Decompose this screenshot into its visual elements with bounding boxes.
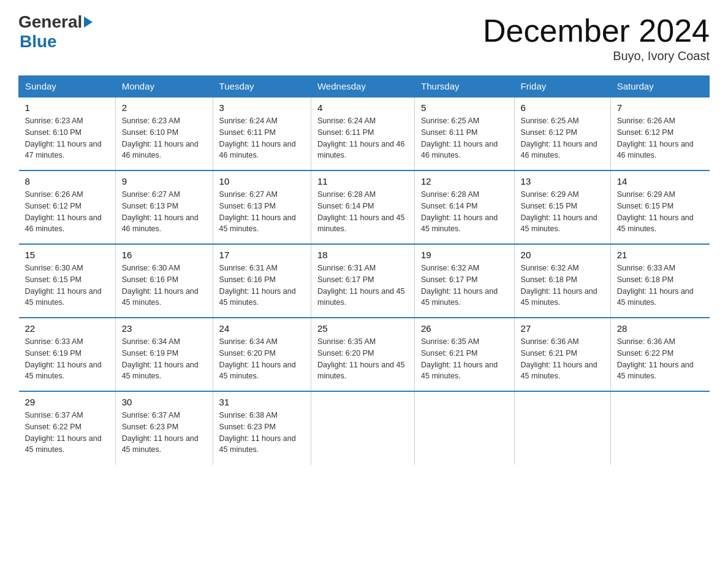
day-number: 8 xyxy=(25,176,109,186)
day-number: 17 xyxy=(219,250,305,260)
day-number: 15 xyxy=(25,250,109,260)
day-cell: 18Sunrise: 6:31 AMSunset: 6:17 PMDayligh… xyxy=(311,244,414,318)
day-cell: 26Sunrise: 6:35 AMSunset: 6:21 PMDayligh… xyxy=(415,318,515,391)
day-number: 7 xyxy=(617,102,703,113)
header-cell-wednesday: Wednesday xyxy=(311,76,414,98)
day-number: 1 xyxy=(25,102,109,113)
day-number: 9 xyxy=(122,176,207,186)
page-header: General Blue December 2024 Buyo, Ivory C… xyxy=(18,12,710,63)
day-number: 21 xyxy=(617,250,703,260)
day-number: 11 xyxy=(317,176,408,186)
day-number: 27 xyxy=(521,323,604,334)
week-row-1: 1Sunrise: 6:23 AMSunset: 6:10 PMDaylight… xyxy=(19,97,710,170)
logo-arrow-icon xyxy=(84,17,93,28)
day-number: 2 xyxy=(122,102,207,113)
day-info: Sunrise: 6:35 AMSunset: 6:21 PMDaylight:… xyxy=(421,336,508,382)
day-cell: 21Sunrise: 6:33 AMSunset: 6:18 PMDayligh… xyxy=(610,244,709,318)
day-info: Sunrise: 6:25 AMSunset: 6:12 PMDaylight:… xyxy=(521,115,604,161)
day-cell: 28Sunrise: 6:36 AMSunset: 6:22 PMDayligh… xyxy=(610,318,709,391)
day-number: 29 xyxy=(25,397,109,407)
day-info: Sunrise: 6:23 AMSunset: 6:10 PMDaylight:… xyxy=(122,115,207,161)
day-cell: 7Sunrise: 6:26 AMSunset: 6:12 PMDaylight… xyxy=(610,97,709,170)
day-info: Sunrise: 6:34 AMSunset: 6:19 PMDaylight:… xyxy=(122,336,207,382)
day-number: 16 xyxy=(122,250,207,260)
day-cell: 23Sunrise: 6:34 AMSunset: 6:19 PMDayligh… xyxy=(115,318,213,391)
header-cell-tuesday: Tuesday xyxy=(213,76,311,98)
day-number: 19 xyxy=(421,250,508,260)
day-cell: 5Sunrise: 6:25 AMSunset: 6:11 PMDaylight… xyxy=(415,97,515,170)
calendar-body: 1Sunrise: 6:23 AMSunset: 6:10 PMDaylight… xyxy=(19,97,710,465)
title-section: December 2024 Buyo, Ivory Coast xyxy=(483,12,710,63)
header-cell-saturday: Saturday xyxy=(610,76,709,98)
day-number: 28 xyxy=(617,323,703,334)
day-cell: 8Sunrise: 6:26 AMSunset: 6:12 PMDaylight… xyxy=(19,170,116,244)
day-number: 14 xyxy=(617,176,703,186)
day-number: 6 xyxy=(521,102,604,113)
day-cell xyxy=(610,391,709,465)
day-info: Sunrise: 6:29 AMSunset: 6:15 PMDaylight:… xyxy=(521,189,604,235)
day-number: 31 xyxy=(219,397,305,407)
header-cell-sunday: Sunday xyxy=(19,76,116,98)
day-cell: 27Sunrise: 6:36 AMSunset: 6:21 PMDayligh… xyxy=(514,318,610,391)
day-number: 25 xyxy=(317,323,408,334)
day-cell: 9Sunrise: 6:27 AMSunset: 6:13 PMDaylight… xyxy=(115,170,213,244)
month-title: December 2024 xyxy=(483,12,710,49)
header-cell-friday: Friday xyxy=(514,76,610,98)
day-info: Sunrise: 6:30 AMSunset: 6:16 PMDaylight:… xyxy=(122,262,207,308)
day-info: Sunrise: 6:29 AMSunset: 6:15 PMDaylight:… xyxy=(617,189,703,235)
logo-general-text: General xyxy=(18,12,93,32)
day-number: 5 xyxy=(421,102,508,113)
day-number: 30 xyxy=(122,397,207,407)
day-number: 18 xyxy=(317,250,408,260)
day-number: 22 xyxy=(25,323,109,334)
day-cell: 3Sunrise: 6:24 AMSunset: 6:11 PMDaylight… xyxy=(213,97,311,170)
day-number: 3 xyxy=(219,102,305,113)
calendar-header: SundayMondayTuesdayWednesdayThursdayFrid… xyxy=(19,76,710,98)
day-info: Sunrise: 6:27 AMSunset: 6:13 PMDaylight:… xyxy=(219,189,305,235)
day-info: Sunrise: 6:32 AMSunset: 6:18 PMDaylight:… xyxy=(521,262,604,308)
day-info: Sunrise: 6:30 AMSunset: 6:15 PMDaylight:… xyxy=(25,262,109,308)
day-cell xyxy=(415,391,515,465)
header-cell-thursday: Thursday xyxy=(415,76,515,98)
day-cell: 22Sunrise: 6:33 AMSunset: 6:19 PMDayligh… xyxy=(19,318,116,391)
week-row-3: 15Sunrise: 6:30 AMSunset: 6:15 PMDayligh… xyxy=(19,244,710,318)
day-info: Sunrise: 6:34 AMSunset: 6:20 PMDaylight:… xyxy=(219,336,305,382)
day-info: Sunrise: 6:23 AMSunset: 6:10 PMDaylight:… xyxy=(25,115,109,161)
day-info: Sunrise: 6:26 AMSunset: 6:12 PMDaylight:… xyxy=(25,189,109,235)
day-cell: 12Sunrise: 6:28 AMSunset: 6:14 PMDayligh… xyxy=(415,170,515,244)
day-info: Sunrise: 6:35 AMSunset: 6:20 PMDaylight:… xyxy=(317,336,408,382)
day-number: 13 xyxy=(521,176,604,186)
logo-blue-text: Blue xyxy=(20,32,57,52)
day-info: Sunrise: 6:36 AMSunset: 6:22 PMDaylight:… xyxy=(617,336,703,382)
day-cell: 25Sunrise: 6:35 AMSunset: 6:20 PMDayligh… xyxy=(311,318,414,391)
week-row-5: 29Sunrise: 6:37 AMSunset: 6:22 PMDayligh… xyxy=(19,391,710,465)
day-info: Sunrise: 6:37 AMSunset: 6:22 PMDaylight:… xyxy=(25,410,109,456)
day-info: Sunrise: 6:26 AMSunset: 6:12 PMDaylight:… xyxy=(617,115,703,161)
header-row: SundayMondayTuesdayWednesdayThursdayFrid… xyxy=(19,76,710,98)
calendar-table: SundayMondayTuesdayWednesdayThursdayFrid… xyxy=(18,75,710,465)
day-info: Sunrise: 6:24 AMSunset: 6:11 PMDaylight:… xyxy=(317,115,408,161)
day-cell: 2Sunrise: 6:23 AMSunset: 6:10 PMDaylight… xyxy=(115,97,213,170)
location: Buyo, Ivory Coast xyxy=(483,49,710,63)
day-cell: 10Sunrise: 6:27 AMSunset: 6:13 PMDayligh… xyxy=(213,170,311,244)
day-cell xyxy=(311,391,414,465)
day-cell: 15Sunrise: 6:30 AMSunset: 6:15 PMDayligh… xyxy=(19,244,116,318)
day-info: Sunrise: 6:25 AMSunset: 6:11 PMDaylight:… xyxy=(421,115,508,161)
day-cell: 14Sunrise: 6:29 AMSunset: 6:15 PMDayligh… xyxy=(610,170,709,244)
day-cell: 13Sunrise: 6:29 AMSunset: 6:15 PMDayligh… xyxy=(514,170,610,244)
day-cell: 20Sunrise: 6:32 AMSunset: 6:18 PMDayligh… xyxy=(514,244,610,318)
day-cell: 31Sunrise: 6:38 AMSunset: 6:23 PMDayligh… xyxy=(213,391,311,465)
day-number: 10 xyxy=(219,176,305,186)
day-cell: 17Sunrise: 6:31 AMSunset: 6:16 PMDayligh… xyxy=(213,244,311,318)
day-info: Sunrise: 6:24 AMSunset: 6:11 PMDaylight:… xyxy=(219,115,305,161)
day-number: 20 xyxy=(521,250,604,260)
day-number: 24 xyxy=(219,323,305,334)
day-cell: 29Sunrise: 6:37 AMSunset: 6:22 PMDayligh… xyxy=(19,391,116,465)
day-number: 23 xyxy=(122,323,207,334)
day-info: Sunrise: 6:28 AMSunset: 6:14 PMDaylight:… xyxy=(421,189,508,235)
day-cell: 16Sunrise: 6:30 AMSunset: 6:16 PMDayligh… xyxy=(115,244,213,318)
day-number: 4 xyxy=(317,102,408,113)
day-number: 12 xyxy=(421,176,508,186)
day-cell xyxy=(514,391,610,465)
day-info: Sunrise: 6:32 AMSunset: 6:17 PMDaylight:… xyxy=(421,262,508,308)
